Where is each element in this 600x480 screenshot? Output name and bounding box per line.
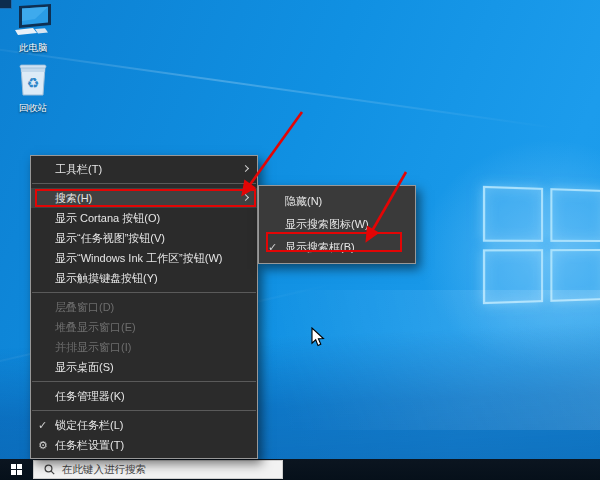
menu-item-show-cortana-button[interactable]: 显示 Cortana 按钮(O)	[31, 208, 257, 228]
light-ray	[0, 41, 557, 129]
desktop-icon-label: 回收站	[1, 102, 65, 115]
taskbar: 在此键入进行搜索	[0, 459, 600, 480]
submenu-item-hidden[interactable]: 隐藏(N)	[259, 190, 415, 213]
recycle-bin-icon: ♻	[15, 63, 51, 97]
windows-logo-wallpaper	[483, 186, 600, 304]
desktop: 此电脑 ♻ 回收站 工具栏(T) 搜索(H) 显示 Cortana 按钮(O) …	[0, 0, 600, 480]
taskbar-context-menu: 工具栏(T) 搜索(H) 显示 Cortana 按钮(O) 显示“任务视图”按钮…	[30, 155, 258, 459]
menu-separator	[32, 381, 256, 382]
desktop-icon-recycle-bin[interactable]: ♻ 回收站	[1, 63, 65, 115]
menu-item-search[interactable]: 搜索(H)	[31, 188, 257, 208]
checkmark-icon: ✓	[268, 236, 277, 259]
menu-item-stack-windows: 堆叠显示窗口(E)	[31, 317, 257, 337]
menu-item-lock-taskbar[interactable]: ✓ 锁定任务栏(L)	[31, 415, 257, 435]
logo-pane	[483, 186, 543, 242]
submenu-item-show-search-icon[interactable]: 显示搜索图标(W)	[259, 213, 415, 236]
menu-item-taskbar-settings[interactable]: ⚙ 任务栏设置(T)	[31, 435, 257, 455]
gear-icon: ⚙	[38, 435, 48, 455]
menu-item-show-task-view-button[interactable]: 显示“任务视图”按钮(V)	[31, 228, 257, 248]
menu-separator	[32, 183, 256, 184]
chevron-right-icon	[242, 165, 249, 172]
windows-start-icon	[11, 464, 22, 475]
logo-pane	[550, 188, 600, 241]
search-submenu: 隐藏(N) 显示搜索图标(W) ✓ 显示搜索框(B)	[258, 185, 416, 264]
desktop-icon-label: 此电脑	[1, 42, 65, 55]
menu-item-task-manager[interactable]: 任务管理器(K)	[31, 386, 257, 406]
menu-item-cascade-windows: 层叠窗口(D)	[31, 297, 257, 317]
checkmark-icon: ✓	[38, 415, 47, 435]
menu-item-show-touch-keyboard-button[interactable]: 显示触摸键盘按钮(Y)	[31, 268, 257, 288]
menu-item-show-desktop[interactable]: 显示桌面(S)	[31, 357, 257, 377]
menu-separator	[32, 410, 256, 411]
search-placeholder: 在此键入进行搜索	[62, 463, 146, 477]
computer-icon	[11, 3, 55, 37]
desktop-icon-this-pc[interactable]: 此电脑	[1, 3, 65, 55]
svg-text:♻: ♻	[27, 75, 40, 91]
submenu-item-show-search-box[interactable]: ✓ 显示搜索框(B)	[259, 236, 415, 259]
menu-item-side-by-side-windows: 并排显示窗口(I)	[31, 337, 257, 357]
menu-separator	[32, 292, 256, 293]
chevron-right-icon	[242, 194, 249, 201]
taskbar-search-box[interactable]: 在此键入进行搜索	[33, 460, 283, 479]
mouse-cursor	[311, 327, 325, 347]
menu-item-show-windows-ink-button[interactable]: 显示“Windows Ink 工作区”按钮(W)	[31, 248, 257, 268]
search-icon	[44, 464, 55, 475]
menu-item-toolbars[interactable]: 工具栏(T)	[31, 159, 257, 179]
start-button[interactable]	[0, 459, 33, 480]
